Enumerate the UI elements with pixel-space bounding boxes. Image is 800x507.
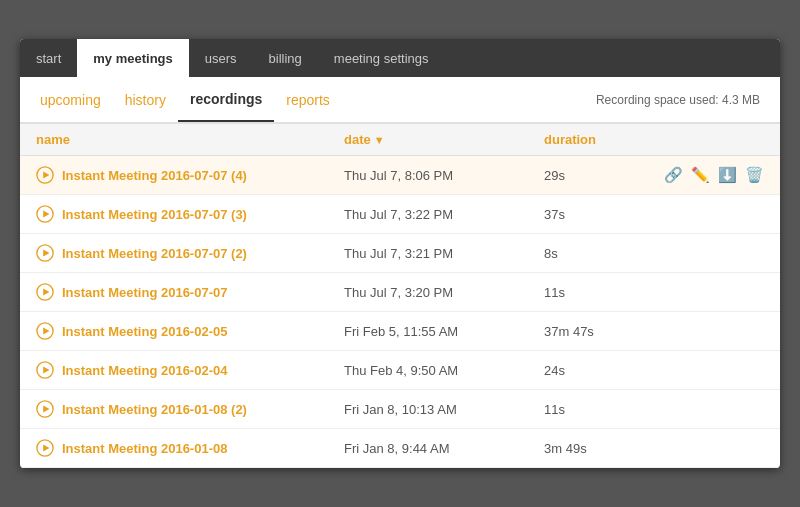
svg-marker-7 — [43, 288, 49, 295]
table-row: Instant Meeting 2016-07-07 (3) Thu Jul 7… — [20, 195, 780, 234]
play-icon[interactable] — [36, 400, 54, 418]
actions-cell — [648, 273, 780, 312]
sub-nav-item-history[interactable]: history — [113, 77, 178, 122]
name-cell: Instant Meeting 2016-07-07 (2) — [20, 234, 328, 273]
top-nav: startmy meetingsusersbillingmeeting sett… — [20, 39, 780, 77]
play-icon[interactable] — [36, 322, 54, 340]
top-nav-item-meeting-settings[interactable]: meeting settings — [318, 39, 445, 77]
col-header-duration: duration — [528, 124, 648, 156]
name-cell: Instant Meeting 2016-01-08 (2) — [20, 390, 328, 429]
top-nav-item-billing[interactable]: billing — [253, 39, 318, 77]
table-row: Instant Meeting 2016-07-07 (4) Thu Jul 7… — [20, 156, 780, 195]
actions-cell — [648, 429, 780, 468]
name-cell: Instant Meeting 2016-07-07 (4) — [20, 156, 328, 195]
duration-cell: 29s — [528, 156, 648, 195]
play-icon[interactable] — [36, 361, 54, 379]
meeting-name[interactable]: Instant Meeting 2016-07-07 (3) — [62, 207, 247, 222]
table-row: Instant Meeting 2016-07-07 Thu Jul 7, 3:… — [20, 273, 780, 312]
play-icon[interactable] — [36, 205, 54, 223]
duration-cell: 37m 47s — [528, 312, 648, 351]
recording-space-label: Recording space used: 4.3 MB — [596, 93, 760, 107]
actions-cell — [648, 312, 780, 351]
duration-cell: 11s — [528, 390, 648, 429]
svg-marker-5 — [43, 249, 49, 256]
top-nav-item-users[interactable]: users — [189, 39, 253, 77]
play-icon[interactable] — [36, 283, 54, 301]
date-cell: Thu Jul 7, 3:22 PM — [328, 195, 528, 234]
date-cell: Fri Jan 8, 9:44 AM — [328, 429, 528, 468]
meeting-name[interactable]: Instant Meeting 2016-02-04 — [62, 363, 227, 378]
duration-cell: 8s — [528, 234, 648, 273]
link-icon[interactable]: 🔗 — [664, 166, 683, 184]
table-row: Instant Meeting 2016-07-07 (2) Thu Jul 7… — [20, 234, 780, 273]
duration-cell: 37s — [528, 195, 648, 234]
sub-nav-item-upcoming[interactable]: upcoming — [40, 77, 113, 122]
name-cell: Instant Meeting 2016-01-08 — [20, 429, 328, 468]
meeting-name[interactable]: Instant Meeting 2016-07-07 (2) — [62, 246, 247, 261]
delete-icon[interactable]: 🗑️ — [745, 166, 764, 184]
svg-marker-13 — [43, 405, 49, 412]
meeting-name[interactable]: Instant Meeting 2016-07-07 — [62, 285, 227, 300]
recordings-table: namedate▼duration Instant Meeting 2016-0… — [20, 123, 780, 468]
col-header-actions — [648, 124, 780, 156]
col-header-name: name — [20, 124, 328, 156]
edit-icon[interactable]: ✏️ — [691, 166, 710, 184]
actions-cell — [648, 351, 780, 390]
sub-nav-item-reports[interactable]: reports — [274, 77, 342, 122]
meeting-name[interactable]: Instant Meeting 2016-02-05 — [62, 324, 227, 339]
name-cell: Instant Meeting 2016-02-05 — [20, 312, 328, 351]
date-cell: Fri Feb 5, 11:55 AM — [328, 312, 528, 351]
app-container: startmy meetingsusersbillingmeeting sett… — [20, 39, 780, 468]
date-cell: Thu Jul 7, 3:21 PM — [328, 234, 528, 273]
col-header-date[interactable]: date▼ — [328, 124, 528, 156]
name-cell: Instant Meeting 2016-07-07 — [20, 273, 328, 312]
duration-cell: 11s — [528, 273, 648, 312]
actions-cell — [648, 195, 780, 234]
play-icon[interactable] — [36, 166, 54, 184]
play-icon[interactable] — [36, 439, 54, 457]
sort-arrow: ▼ — [374, 134, 385, 146]
date-cell: Fri Jan 8, 10:13 AM — [328, 390, 528, 429]
table-row: Instant Meeting 2016-01-08 (2) Fri Jan 8… — [20, 390, 780, 429]
name-cell: Instant Meeting 2016-02-04 — [20, 351, 328, 390]
duration-cell: 3m 49s — [528, 429, 648, 468]
actions-cell — [648, 234, 780, 273]
name-cell: Instant Meeting 2016-07-07 (3) — [20, 195, 328, 234]
date-cell: Thu Jul 7, 8:06 PM — [328, 156, 528, 195]
table-row: Instant Meeting 2016-02-04 Thu Feb 4, 9:… — [20, 351, 780, 390]
date-cell: Thu Feb 4, 9:50 AM — [328, 351, 528, 390]
sub-nav-item-recordings[interactable]: recordings — [178, 77, 274, 122]
meeting-name[interactable]: Instant Meeting 2016-01-08 — [62, 441, 227, 456]
meeting-name[interactable]: Instant Meeting 2016-01-08 (2) — [62, 402, 247, 417]
actions-cell — [648, 390, 780, 429]
table-row: Instant Meeting 2016-01-08 Fri Jan 8, 9:… — [20, 429, 780, 468]
svg-marker-1 — [43, 171, 49, 178]
duration-cell: 24s — [528, 351, 648, 390]
actions-cell: 🔗 ✏️ ⬇️ 🗑️ — [648, 156, 780, 195]
svg-marker-3 — [43, 210, 49, 217]
date-cell: Thu Jul 7, 3:20 PM — [328, 273, 528, 312]
svg-marker-11 — [43, 366, 49, 373]
play-icon[interactable] — [36, 244, 54, 262]
meeting-name[interactable]: Instant Meeting 2016-07-07 (4) — [62, 168, 247, 183]
top-nav-item-my-meetings[interactable]: my meetings — [77, 39, 188, 77]
svg-marker-9 — [43, 327, 49, 334]
top-nav-item-start[interactable]: start — [20, 39, 77, 77]
svg-marker-15 — [43, 444, 49, 451]
sub-nav: upcominghistoryrecordingsreportsRecordin… — [20, 77, 780, 123]
table-row: Instant Meeting 2016-02-05 Fri Feb 5, 11… — [20, 312, 780, 351]
download-icon[interactable]: ⬇️ — [718, 166, 737, 184]
